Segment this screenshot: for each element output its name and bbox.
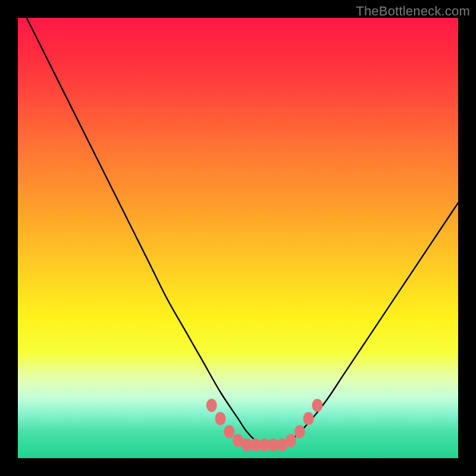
threshold-dot [286,434,296,447]
chart-svg [18,18,458,458]
threshold-dot [215,412,226,425]
threshold-dot [312,399,322,412]
threshold-dots [206,399,323,452]
threshold-dot [224,425,234,439]
threshold-dot [303,412,314,425]
plot-area [18,18,458,458]
threshold-dot [295,425,305,439]
bottleneck-curve [27,18,458,445]
chart-frame: TheBottleneck.com [0,0,476,476]
watermark-text: TheBottleneck.com [356,4,470,19]
threshold-dot [206,399,217,412]
